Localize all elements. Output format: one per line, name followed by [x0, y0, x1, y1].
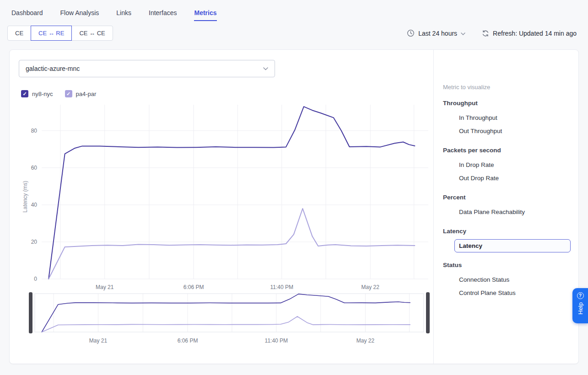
metric-group-heading: Packets per second [443, 147, 571, 154]
metric-item-out-throughput[interactable]: Out Throughput [454, 124, 571, 138]
metric-item-out-drop-rate[interactable]: Out Drop Rate [454, 171, 571, 185]
metric-group-status: Status Connection Status Control Plane S… [443, 262, 571, 300]
metric-group-latency: Latency Latency [443, 228, 571, 252]
latency-chart-wrap: Latency (ms) 020406080May 216:06 PM11:40… [19, 102, 433, 347]
metric-item-connection-status[interactable]: Connection Status [454, 273, 571, 286]
segment-ce-ce[interactable]: CE ↔ CE [71, 26, 113, 41]
svg-text:May 22: May 22 [356, 338, 375, 344]
refresh-label: Refresh: Updated 14 min ago [493, 30, 577, 37]
metric-panel: Metric to visualize Throughput In Throug… [433, 50, 578, 364]
metric-panel-title: Metric to visualize [443, 84, 571, 91]
help-question-icon: ? [577, 292, 584, 299]
chevron-down-icon [263, 67, 268, 70]
segmented-control: CE CE ↔ RE CE ↔ CE [7, 26, 113, 41]
metrics-card: galactic-azure-mnc ✓ ny8-nyc ✓ pa4-par L… [9, 49, 579, 364]
svg-text:80: 80 [31, 128, 38, 134]
refresh-control[interactable]: Refresh: Updated 14 min ago [482, 30, 577, 37]
svg-text:60: 60 [31, 165, 38, 171]
chevron-down-icon [461, 32, 465, 35]
svg-text:May 22: May 22 [361, 284, 380, 290]
help-label: Help [577, 302, 584, 315]
connector-select-value: galactic-azure-mnc [26, 65, 80, 72]
metric-group-percent: Percent Data Plane Reachability [443, 194, 571, 219]
chart-column: galactic-azure-mnc ✓ ny8-nyc ✓ pa4-par L… [10, 50, 433, 364]
nav-item-dashboard[interactable]: Dashboard [11, 9, 43, 20]
metric-item-data-plane-reachability[interactable]: Data Plane Reachability [454, 205, 571, 219]
svg-text:May 21: May 21 [96, 284, 114, 290]
legend-item-ny8-nyc[interactable]: ✓ ny8-nyc [21, 90, 53, 97]
clock-icon [407, 29, 415, 37]
nav-item-metrics[interactable]: Metrics [194, 9, 216, 21]
brush-range-selector[interactable]: May 216:06 PM11:40 PMMay 22 [19, 291, 433, 347]
brush-handle-right[interactable] [426, 292, 430, 333]
metric-group-heading: Percent [443, 194, 571, 201]
svg-text:6:06 PM: 6:06 PM [183, 284, 204, 290]
metric-group-throughput: Throughput In Throughput Out Throughput [443, 100, 571, 138]
time-range-label: Last 24 hours [418, 30, 457, 37]
metric-group-heading: Status [443, 262, 571, 268]
nav-item-links[interactable]: Links [116, 9, 131, 20]
metric-group-heading: Throughput [443, 100, 571, 107]
svg-text:6:06 PM: 6:06 PM [178, 338, 198, 344]
help-tab[interactable]: ? Help [572, 288, 588, 323]
metric-item-in-throughput[interactable]: In Throughput [454, 111, 571, 124]
time-range-control[interactable]: Last 24 hours [407, 29, 465, 37]
legend-label: pa4-par [76, 91, 97, 97]
svg-text:11:40 PM: 11:40 PM [270, 284, 293, 290]
metric-item-control-plane-status[interactable]: Control Plane Status [454, 286, 571, 300]
brush-handle-left[interactable] [29, 292, 32, 333]
svg-text:20: 20 [31, 239, 38, 245]
checkbox-pa4-par[interactable]: ✓ [65, 90, 72, 97]
metric-item-latency[interactable]: Latency [454, 239, 571, 252]
toolbar-right: Last 24 hours Refresh: Updated 14 min ag… [407, 29, 577, 37]
y-axis-label: Latency (ms) [22, 178, 28, 215]
nav-item-interfaces[interactable]: Interfaces [149, 9, 177, 20]
connector-select[interactable]: galactic-azure-mnc [19, 60, 275, 77]
metric-item-in-drop-rate[interactable]: In Drop Rate [454, 158, 571, 171]
legend-item-pa4-par[interactable]: ✓ pa4-par [65, 90, 97, 97]
segment-ce-re[interactable]: CE ↔ RE [31, 26, 72, 41]
svg-text:40: 40 [31, 202, 38, 208]
metric-group-heading: Latency [443, 228, 571, 235]
svg-text:11:40 PM: 11:40 PM [265, 338, 288, 344]
refresh-icon [482, 30, 489, 37]
series-legend: ✓ ny8-nyc ✓ pa4-par [21, 90, 433, 97]
svg-text:0: 0 [34, 276, 37, 282]
legend-label: ny8-nyc [32, 91, 53, 97]
checkbox-ny8-nyc[interactable]: ✓ [21, 90, 28, 97]
top-nav: Dashboard Flow Analysis Links Interfaces… [0, 0, 588, 21]
latency-line-chart: 020406080May 216:06 PM11:40 PMMay 22 [19, 102, 433, 291]
segment-ce[interactable]: CE [7, 26, 31, 41]
nav-item-flow-analysis[interactable]: Flow Analysis [60, 9, 99, 20]
metric-group-packets: Packets per second In Drop Rate Out Drop… [443, 147, 571, 185]
svg-text:May 21: May 21 [89, 338, 108, 344]
toolbar: CE CE ↔ RE CE ↔ CE Last 24 hours Refr [0, 21, 588, 41]
